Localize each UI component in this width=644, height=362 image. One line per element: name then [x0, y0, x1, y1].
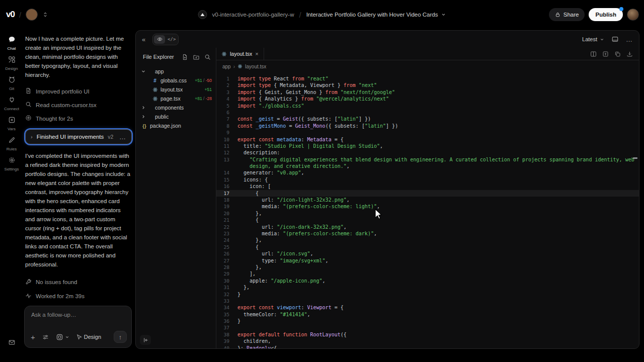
tool-label: Read custom-cursor.tsx [36, 102, 97, 108]
tree-row-package-json[interactable]: {}package.json [136, 121, 216, 130]
tab-close-icon[interactable]: × [255, 51, 258, 57]
code-line: 21 { [216, 217, 639, 223]
project-name-dropdown[interactable]: v0-interactive-portfolio-gallery-w [212, 12, 294, 18]
code-line: 37 [216, 324, 639, 331]
topbar: v0 / v0-interactive-portfolio-gallery-w … [0, 0, 644, 29]
code-line: 34export const viewport: Viewport = { [216, 304, 639, 311]
settings-sliders-icon[interactable] [42, 334, 49, 340]
chat-icon [8, 36, 16, 45]
notification-dot [619, 7, 623, 11]
code-line: 20 }, [216, 210, 639, 217]
code-line: 27 type: "image/svg+xml", [216, 257, 639, 264]
collapse-sidebar-icon[interactable] [140, 335, 151, 345]
rail-item-connect[interactable]: Connect [0, 94, 23, 114]
tree-row-components[interactable]: components [136, 103, 216, 112]
tool-row[interactable]: Read custom-cursor.tsx [25, 98, 132, 112]
code-line: 36} [216, 318, 639, 324]
connect-icon [8, 96, 16, 106]
code-line: 38export default function RootLayout({ [216, 331, 639, 338]
tree-row-app[interactable]: app [136, 67, 216, 76]
code-line: 16 icon: [ [216, 183, 639, 190]
rail-item-label: Chat [8, 46, 16, 51]
tree-row-globals-css[interactable]: #globals.css+51 / -50 [136, 76, 216, 85]
send-button[interactable]: ↑ [114, 331, 127, 343]
diff-stats: +81 / -28 [195, 96, 212, 101]
split-editor-icon[interactable] [590, 51, 597, 57]
code-line: 13 "Crafting digital experiences that bl… [216, 156, 639, 163]
wrench-icon [25, 279, 32, 286]
chevron-right-icon: › [31, 134, 33, 140]
project-switcher-chevrons-icon[interactable] [42, 11, 48, 18]
design-icon [8, 56, 16, 65]
scrollbar-indicator[interactable] [633, 157, 637, 159]
status-row: Worked for 2m 39s [25, 289, 132, 303]
react-icon [151, 96, 158, 102]
rail-item-vars[interactable]: Vars [0, 114, 23, 134]
chevron-down-icon [441, 12, 446, 17]
rail-item-settings[interactable]: Settings [0, 154, 23, 174]
rail-item-chat[interactable]: Chat [0, 33, 23, 53]
tree-label: app [155, 68, 164, 74]
git-icon [8, 76, 16, 85]
design-mode-toggle[interactable]: Design [76, 334, 101, 340]
task-card-finished-ui-improvements[interactable]: › Finished UI improvements v2 … [25, 129, 132, 144]
publish-button[interactable]: Publish [589, 8, 623, 21]
rail-item-design[interactable]: Design [0, 53, 23, 73]
v0-logo[interactable]: v0 [6, 10, 15, 20]
version-dropdown[interactable]: Latest [582, 36, 604, 42]
chat-title-dropdown[interactable]: Interactive Portfolio Gallery with Hover… [306, 12, 446, 18]
tree-row-public[interactable]: public [136, 112, 216, 121]
new-file-icon[interactable] [182, 54, 188, 60]
rail-item-git[interactable]: Git [0, 73, 23, 94]
tree-label: page.tsx [160, 96, 181, 102]
task-card-label: Finished UI improvements [37, 134, 104, 140]
search-icon[interactable] [204, 54, 211, 60]
tool-row[interactable]: Thought for 2s [25, 112, 132, 125]
download-icon[interactable] [626, 51, 633, 57]
code-view-icon[interactable]: </> [166, 35, 177, 44]
tree-row-page-tsx[interactable]: page.tsx+81 / -28 [136, 94, 216, 103]
code-line: 11 title: "Studio Pixel | Digital Design… [216, 143, 639, 149]
panel-more-icon[interactable]: … [626, 36, 633, 43]
logo-icon [25, 115, 32, 122]
open-file-icon[interactable] [602, 51, 609, 57]
rail-item-rules[interactable]: Rules [0, 134, 23, 154]
code-line: 18 url: "/icon-light-32x32.png", [216, 197, 639, 203]
composer-placeholder: Ask a follow-up… [31, 312, 76, 318]
mail-icon[interactable] [0, 339, 23, 346]
lock-icon [555, 12, 560, 18]
vercel-project-icon [198, 10, 207, 19]
code-area[interactable]: 1import type React from "react"2import t… [216, 72, 639, 349]
status-label: No issues found [36, 279, 77, 285]
model-selector[interactable] [56, 333, 69, 341]
followup-composer[interactable]: Ask a follow-up… + Design ↑ [24, 306, 132, 348]
share-button[interactable]: Share [549, 8, 585, 21]
preview-eye-icon[interactable] [154, 35, 165, 44]
tab-bar: layout.tsx × [216, 48, 639, 60]
tool-row[interactable]: Improved portfolio UI [25, 84, 132, 98]
search-icon [25, 101, 32, 109]
new-folder-icon[interactable] [193, 54, 200, 60]
breadcrumb-folder[interactable]: app [222, 64, 231, 69]
code-line: 15 icons: { [216, 176, 639, 183]
publish-label: Publish [595, 12, 616, 18]
browser-preview-icon[interactable] [611, 36, 619, 43]
code-line: 35 themeColor: "#141414", [216, 311, 639, 318]
attach-plus-icon[interactable]: + [31, 333, 35, 341]
tab-layout-tsx[interactable]: layout.tsx × [216, 48, 264, 60]
code-line: 3import { Geist, Geist_Mono } from "next… [216, 89, 639, 96]
task-card-menu-icon[interactable]: … [119, 133, 126, 141]
code-line: 23 media: "(prefers-color-scheme: dark)"… [216, 230, 639, 237]
tree-row-layout-tsx[interactable]: layout.tsx+51 [136, 85, 216, 94]
react-icon [151, 87, 158, 93]
code-line: 24 }, [216, 237, 639, 243]
avatar[interactable] [26, 9, 38, 21]
breadcrumb-file[interactable]: layout.tsx [245, 64, 266, 69]
copy-code-icon[interactable] [614, 51, 621, 57]
code-line: 5import "./globals.css" [216, 103, 639, 109]
code-line: 19 media: "(prefers-color-scheme: light)… [216, 203, 639, 210]
collapse-panel-icon[interactable]: « [142, 36, 145, 43]
code-line: 26 url: "/icon.svg", [216, 250, 639, 257]
chevron-down-icon [65, 335, 69, 339]
user-avatar[interactable] [627, 9, 639, 21]
